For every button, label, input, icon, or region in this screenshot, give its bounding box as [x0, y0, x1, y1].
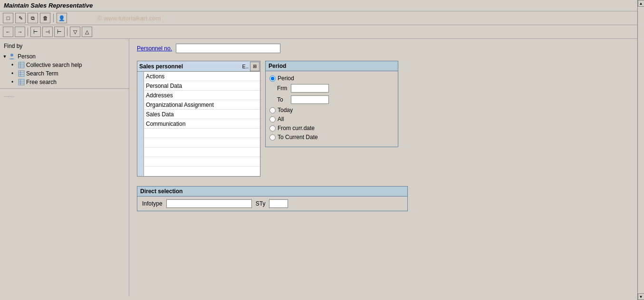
- tree-item-free-search[interactable]: • Free search: [10, 78, 129, 86]
- svg-rect-1: [19, 62, 24, 68]
- tree-label-search-term: Search Term: [26, 70, 58, 77]
- sty-label: STy: [256, 200, 266, 207]
- period-radio-option: Period: [269, 75, 394, 82]
- direct-selection-content: Infotype STy: [137, 197, 407, 211]
- sty-input[interactable]: [269, 199, 288, 208]
- back-button[interactable]: ←: [3, 27, 13, 37]
- from-curr-radio-option: From curr.date: [269, 125, 394, 131]
- sales-table-expand-btn[interactable]: ⊞: [250, 62, 260, 71]
- period-label-from-curr: From curr.date: [278, 125, 315, 131]
- table-row[interactable]: Communication: [144, 119, 260, 129]
- scroll-down[interactable]: ▼: [638, 293, 644, 296]
- table-row[interactable]: Actions: [144, 72, 260, 81]
- tree-label-free-search: Free search: [26, 79, 57, 85]
- table-row[interactable]: Organizational Assignment: [144, 100, 260, 110]
- edit-button[interactable]: ✎: [15, 13, 26, 23]
- toolbar-separator2: [28, 28, 28, 36]
- period-radio-to-current[interactable]: [269, 134, 276, 141]
- table-row-empty: [144, 138, 260, 148]
- tree-label-person: Person: [18, 53, 36, 60]
- grid-icon-collective: [18, 62, 25, 68]
- sales-table-scrollbar: ▲ ▼: [637, 39, 644, 296]
- tree-children: • Collective search help • Search Term: [0, 61, 129, 86]
- tables-row: Sales personnel E.. ⊞ Actions Personal D…: [137, 61, 636, 181]
- main-area: Find by ▼ Person •: [0, 39, 644, 296]
- tree-item-person[interactable]: ▼ Person: [0, 52, 129, 61]
- toolbar-separator1: [53, 14, 54, 22]
- period-box: Period Period Frm To: [265, 61, 398, 147]
- period-box-title: Period: [266, 61, 398, 71]
- period-radio-today[interactable]: [269, 107, 276, 113]
- period-box-content: Period Frm To Today: [266, 71, 398, 147]
- direct-selection-title: Direct selection: [137, 187, 407, 197]
- period-radio-from-curr[interactable]: [269, 125, 276, 131]
- period-to-input[interactable]: [291, 95, 329, 104]
- infotype-label: Infotype: [142, 200, 163, 207]
- period-label-period: Period: [278, 75, 294, 82]
- row-label-addresses: Addresses: [146, 92, 173, 99]
- period-from-input[interactable]: [291, 84, 329, 93]
- sales-table-left-col: [137, 72, 144, 176]
- left-panel-divider: [0, 88, 129, 89]
- toolbar-separator3: [67, 28, 67, 36]
- direct-selection-box: Direct selection Infotype STy: [137, 186, 408, 211]
- row-label-personal-data: Personal Data: [146, 83, 182, 89]
- from-row: Frm: [277, 84, 394, 93]
- svg-rect-9: [19, 79, 24, 85]
- next-button[interactable]: ⊢: [54, 27, 65, 37]
- period-label-today: Today: [278, 107, 293, 113]
- sales-table-title: Sales personnel: [137, 62, 242, 71]
- all-radio-option: All: [269, 116, 394, 122]
- from-label: Frm: [277, 85, 289, 92]
- row-label-communication: Communication: [146, 121, 185, 127]
- today-radio-option: Today: [269, 107, 394, 113]
- table-row-empty: [144, 157, 260, 167]
- prev-button[interactable]: ⊣: [42, 27, 53, 37]
- sales-table-header: Sales personnel E.. ⊞: [137, 61, 260, 72]
- forward-button[interactable]: →: [15, 27, 25, 37]
- page-title: Maintain Sales Representative: [4, 2, 93, 9]
- table-row[interactable]: Personal Data: [144, 81, 260, 91]
- tree-expand-person[interactable]: ▼: [2, 54, 8, 59]
- sales-table-col-header: E..: [242, 64, 249, 69]
- to-current-radio-option: To Current Date: [269, 134, 394, 141]
- title-bar: Maintain Sales Representative: [0, 0, 644, 11]
- tree-label-collective-search: Collective search help: [26, 62, 82, 68]
- table-row[interactable]: Sales Data: [144, 110, 260, 119]
- copy-button[interactable]: ⧉: [28, 13, 38, 23]
- filter-button[interactable]: ▽: [70, 27, 80, 37]
- personnel-no-input[interactable]: [176, 44, 280, 53]
- watermark: © www.tutorialkart.com: [97, 15, 161, 22]
- infotype-input[interactable]: [166, 199, 252, 208]
- table-row[interactable]: Addresses: [144, 91, 260, 100]
- tree-item-search-term[interactable]: • Search Term: [10, 69, 129, 78]
- table-row-empty: [144, 129, 260, 138]
- sales-table-body-wrapper: Actions Personal Data Addresses Organiza…: [137, 72, 260, 176]
- user-button[interactable]: 👤: [57, 13, 67, 23]
- left-panel: Find by ▼ Person •: [0, 39, 129, 296]
- toolbar2: ← → ⊢ ⊣ ⊢ ▽ △: [0, 25, 644, 39]
- sales-table-rows: Actions Personal Data Addresses Organiza…: [144, 72, 260, 176]
- right-panel: Personnel no. Sales personnel E.. ⊞: [129, 39, 644, 296]
- sales-personnel-table: Sales personnel E.. ⊞ Actions Personal D…: [137, 61, 260, 177]
- period-radio-period[interactable]: [269, 75, 276, 82]
- svg-point-0: [10, 54, 13, 56]
- from-to-group: Frm To: [277, 84, 394, 104]
- row-label-actions: Actions: [146, 73, 164, 80]
- new-button[interactable]: □: [3, 13, 13, 23]
- delete-button[interactable]: 🗑: [40, 13, 50, 23]
- row-label-org-assignment: Organizational Assignment: [146, 102, 214, 108]
- period-label-to-current: To Current Date: [278, 134, 318, 141]
- tree-item-collective-search[interactable]: • Collective search help: [10, 61, 129, 69]
- to-row: To: [277, 95, 394, 104]
- first-button[interactable]: ⊢: [30, 27, 41, 37]
- sort-button[interactable]: △: [82, 27, 92, 37]
- period-radio-all[interactable]: [269, 116, 276, 122]
- dotted-area: ........: [0, 91, 129, 100]
- find-by-label: Find by: [0, 42, 129, 50]
- to-label: To: [277, 96, 289, 103]
- table-row-empty: [144, 148, 260, 157]
- toolbar1: □ ✎ ⧉ 🗑 👤 © www.tutorialkart.com: [0, 11, 644, 25]
- personnel-row: Personnel no.: [137, 44, 636, 53]
- personnel-no-label[interactable]: Personnel no.: [137, 45, 172, 52]
